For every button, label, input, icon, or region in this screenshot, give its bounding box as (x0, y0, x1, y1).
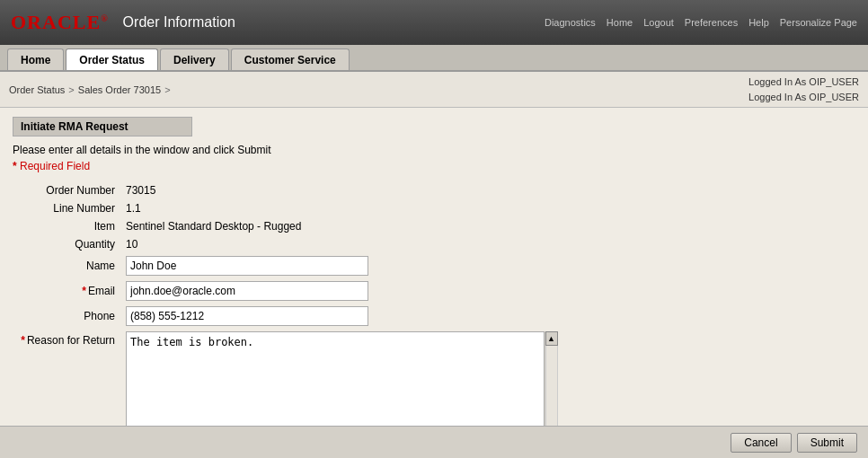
reason-textarea-wrapper: ▲ ▼ (126, 331, 558, 440)
breadcrumb-sep-2: > (164, 84, 170, 95)
reason-label: Reason for Return (27, 334, 115, 347)
quantity-label: Quantity (13, 235, 120, 253)
logout-link[interactable]: Logout (643, 17, 674, 28)
form-description: Please enter all details in the window a… (13, 144, 855, 156)
form-table: Order Number 73015 Line Number 1.1 Item … (13, 181, 855, 443)
scroll-up-btn[interactable]: ▲ (545, 331, 558, 346)
name-input[interactable] (126, 256, 368, 276)
order-number-label: Order Number (13, 181, 120, 199)
email-required-star: * (82, 285, 86, 297)
cancel-button[interactable]: Cancel (731, 433, 791, 453)
app-title: Order Information (123, 14, 235, 31)
tab-customer-service[interactable]: Customer Service (231, 48, 350, 70)
email-label: Email (88, 285, 115, 297)
line-number-value: 1.1 (120, 199, 855, 217)
line-number-label: Line Number (13, 199, 120, 217)
email-label-cell: * Email (13, 278, 120, 304)
quantity-value: 10 (120, 235, 855, 253)
oracle-wordmark: ORACLE® (11, 11, 109, 34)
required-star: * (13, 160, 17, 172)
phone-input[interactable] (126, 306, 368, 326)
home-link[interactable]: Home (607, 17, 633, 28)
order-number-value: 73015 (120, 181, 855, 199)
phone-label: Phone (13, 304, 120, 329)
section-title: Initiate RMA Request (13, 117, 192, 137)
logged-in-info: Logged In As OIP_USER Logged In As OIP_U… (748, 75, 859, 104)
tab-order-status[interactable]: Order Status (66, 48, 158, 70)
phone-cell (120, 304, 855, 329)
breadcrumb-bar: Order Status > Sales Order 73015 > Logge… (0, 72, 868, 108)
item-value: Sentinel Standard Desktop - Rugged (120, 217, 855, 235)
app-header: ORACLE® Order Information Diagnostics Ho… (0, 0, 868, 45)
breadcrumb-sep-1: > (68, 84, 74, 95)
help-link[interactable]: Help (748, 17, 769, 28)
name-cell (120, 253, 855, 278)
item-row: Item Sentinel Standard Desktop - Rugged (13, 217, 855, 235)
preferences-link[interactable]: Preferences (685, 17, 738, 28)
textarea-scrollbar[interactable]: ▲ ▼ (544, 331, 558, 440)
tab-home[interactable]: Home (7, 48, 64, 70)
name-row: Name (13, 253, 855, 278)
quantity-row: Quantity 10 (13, 235, 855, 253)
diagnostics-link[interactable]: Diagnostics (545, 17, 596, 28)
main-content: Initiate RMA Request Please enter all de… (0, 108, 868, 458)
phone-row: Phone (13, 304, 855, 329)
footer: Cancel Submit (0, 426, 868, 458)
header-nav: Diagnostics Home Logout Preferences Help… (545, 17, 857, 28)
tab-delivery[interactable]: Delivery (160, 48, 229, 70)
email-input[interactable] (126, 281, 368, 301)
email-cell (120, 278, 855, 304)
tab-bar: Home Order Status Delivery Customer Serv… (0, 45, 868, 72)
email-row: * Email (13, 278, 855, 304)
required-text: Required Field (20, 160, 90, 172)
reason-required-star: * (21, 334, 25, 347)
personalize-page-link[interactable]: Personalize Page (780, 17, 857, 28)
name-label: Name (13, 253, 120, 278)
line-number-row: Line Number 1.1 (13, 199, 855, 217)
oracle-logo: ORACLE® (11, 11, 109, 34)
breadcrumb-item-2[interactable]: Sales Order 73015 (78, 84, 161, 95)
reason-textarea[interactable] (126, 331, 558, 437)
scroll-track (545, 346, 558, 426)
breadcrumb-item-1[interactable]: Order Status (9, 84, 65, 95)
breadcrumb: Order Status > Sales Order 73015 > (9, 84, 171, 95)
order-number-row: Order Number 73015 (13, 181, 855, 199)
item-label: Item (13, 217, 120, 235)
submit-button[interactable]: Submit (797, 433, 857, 453)
logged-in-line1: Logged In As OIP_USER (748, 75, 859, 90)
logged-in-line2: Logged In As OIP_USER (748, 90, 859, 105)
required-note: * Required Field (13, 160, 855, 172)
